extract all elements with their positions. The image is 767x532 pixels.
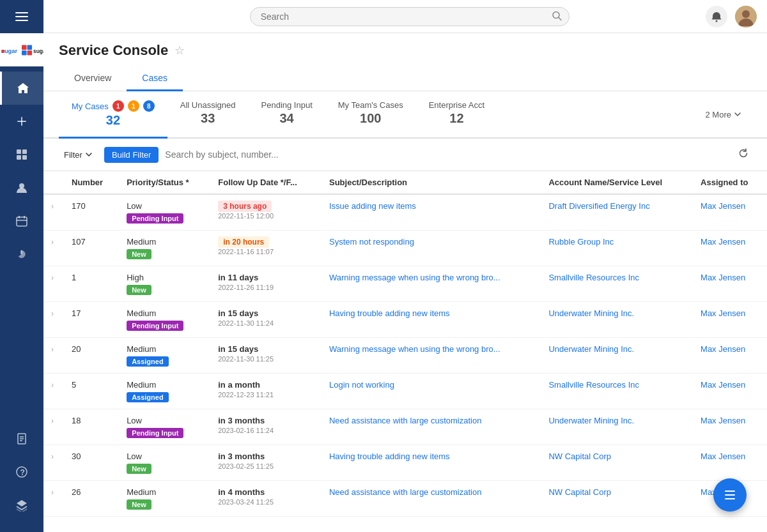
svg-rect-8 — [22, 50, 27, 56]
assigned-link[interactable]: Max Jensen — [701, 416, 745, 425]
assigned-link[interactable]: Max Jensen — [701, 308, 745, 318]
refresh-button[interactable] — [735, 145, 752, 164]
followup-label: in 4 months — [218, 487, 265, 497]
expand-icon[interactable]: › — [51, 416, 54, 425]
account-link[interactable]: Draft Diversified Energy Inc — [548, 201, 649, 211]
fab-actions-button[interactable] — [713, 478, 747, 512]
build-filter-button[interactable]: Build Filter — [104, 147, 159, 163]
subject-cell: Having trouble adding new items — [322, 302, 541, 338]
account-link[interactable]: Underwater Mining Inc. — [548, 344, 634, 354]
subject-link[interactable]: Issue adding new items — [329, 201, 416, 211]
subtab-enterprise-acct[interactable]: Enterprise Acct 12 — [416, 91, 497, 139]
account-cell: Underwater Mining Inc. — [541, 409, 693, 445]
subject-cell: Need assistance with large customization — [322, 481, 541, 517]
assigned-link[interactable]: Max Jensen — [701, 344, 745, 354]
expand-icon[interactable]: › — [51, 273, 54, 282]
subject-link[interactable]: Need assistance with large customization — [329, 416, 481, 425]
expand-icon[interactable]: › — [51, 381, 54, 390]
tab-cases[interactable]: Cases — [127, 66, 183, 91]
search-input[interactable] — [250, 7, 569, 26]
expand-icon[interactable]: › — [51, 202, 54, 211]
assigned-link[interactable]: Max Jensen — [701, 201, 745, 211]
hamburger-menu[interactable] — [0, 0, 43, 33]
sidebar-item-home[interactable] — [0, 72, 43, 105]
number-cell: 20 — [64, 338, 119, 374]
sidebar-item-person[interactable] — [0, 171, 43, 204]
notifications-button[interactable] — [706, 6, 727, 27]
col-priority-status[interactable]: Priority/Status * — [119, 171, 210, 194]
assigned-link[interactable]: Max Jensen — [701, 380, 745, 390]
subject-link[interactable]: Having trouble adding new items — [329, 452, 450, 461]
subject-link[interactable]: System not responding — [329, 237, 414, 247]
sidebar-item-layers[interactable] — [0, 489, 43, 522]
priority-text: Low — [127, 452, 203, 461]
filter-search-input[interactable] — [165, 149, 729, 160]
expand-icon[interactable]: › — [51, 309, 54, 318]
filter-button[interactable]: Filter — [59, 148, 98, 162]
more-subtabs-button[interactable]: 2 More — [695, 91, 752, 137]
followup-cell: in 15 days 2022-11-30 11:24 — [210, 302, 322, 338]
expand-cell: › — [43, 338, 64, 374]
subtab-all-unassigned[interactable]: All Unassigned 33 — [167, 91, 249, 139]
number-cell: 18 — [64, 409, 119, 445]
sidebar-item-grid[interactable] — [0, 138, 43, 171]
col-assigned[interactable]: Assigned to — [693, 171, 767, 194]
assigned-link[interactable]: Max Jensen — [701, 452, 745, 461]
tab-overview[interactable]: Overview — [59, 66, 127, 91]
logo[interactable]: sugar ■ sugarcrm — [0, 33, 43, 66]
account-link[interactable]: NW Capital Corp — [548, 487, 611, 497]
expand-icon[interactable]: › — [51, 452, 54, 461]
col-followup[interactable]: Follow Up Date */F... — [210, 171, 322, 194]
sidebar-item-help[interactable]: ? — [0, 455, 43, 489]
expand-icon[interactable]: › — [51, 238, 54, 247]
subject-link[interactable]: Need assistance with large customization — [329, 487, 481, 497]
sidebar-item-calendar[interactable] — [0, 204, 43, 238]
subject-link[interactable]: Warning message when using the wrong bro… — [329, 273, 500, 282]
col-account[interactable]: Account Name/Service Level — [541, 171, 693, 194]
followup-cell: in 3 months 2023-02-16 11:24 — [210, 409, 322, 445]
account-link[interactable]: Rubble Group Inc — [548, 237, 614, 247]
followup-label: in a month — [218, 380, 260, 390]
followup-date: 2023-03-24 11:25 — [218, 498, 314, 506]
number-cell: 107 — [64, 231, 119, 266]
account-link[interactable]: Underwater Mining Inc. — [548, 308, 634, 318]
account-link[interactable]: Smallville Resources Inc — [548, 380, 639, 390]
subtab-my-team-cases[interactable]: My Team's Cases 100 — [325, 91, 416, 139]
svg-rect-2 — [15, 20, 28, 21]
subject-link[interactable]: Login not working — [329, 380, 394, 390]
account-cell: Underwater Mining Inc. — [541, 302, 693, 338]
subtab-my-cases[interactable]: My Cases 1 1 8 32 — [59, 91, 167, 139]
col-subject[interactable]: Subject/Description — [322, 171, 541, 194]
priority-status-cell: Medium Pending Input — [119, 302, 210, 338]
priority-text: Medium — [127, 380, 203, 390]
sidebar-item-add[interactable] — [0, 105, 43, 138]
svg-rect-12 — [17, 121, 26, 122]
sidebar-item-chart[interactable] — [0, 238, 43, 271]
expand-icon[interactable]: › — [51, 488, 54, 497]
page-header: Service Console ☆ Overview Cases — [43, 33, 767, 91]
assigned-link[interactable]: Max Jensen — [701, 237, 745, 247]
svg-rect-34 — [725, 494, 735, 496]
priority-status-cell: Low New — [119, 445, 210, 481]
followup-cell: in 3 months 2023-02-25 11:25 — [210, 445, 322, 481]
expand-cell: › — [43, 445, 64, 481]
sidebar-item-document[interactable] — [0, 422, 43, 455]
account-link[interactable]: Underwater Mining Inc. — [548, 416, 634, 425]
subject-link[interactable]: Warning message when using the wrong bro… — [329, 344, 500, 354]
all-unassigned-count: 33 — [201, 111, 215, 126]
subject-link[interactable]: Having trouble adding new items — [329, 308, 450, 318]
expand-icon[interactable]: › — [51, 345, 54, 354]
assigned-cell: Max Jensen — [693, 231, 767, 266]
avatar[interactable] — [735, 6, 757, 27]
followup-label: in 3 months — [218, 452, 265, 461]
col-number[interactable]: Number — [64, 171, 119, 194]
chevron-down-icon — [734, 110, 741, 118]
svg-rect-35 — [725, 498, 735, 499]
expand-cell: › — [43, 481, 64, 517]
account-link[interactable]: Smallville Resources Inc — [548, 273, 639, 282]
subtab-pending-input[interactable]: Pending Input 34 — [249, 91, 325, 139]
favorite-star-icon[interactable]: ☆ — [174, 43, 185, 57]
assigned-link[interactable]: Max Jensen — [701, 273, 745, 282]
svg-line-29 — [559, 17, 561, 20]
account-link[interactable]: NW Capital Corp — [548, 452, 611, 461]
